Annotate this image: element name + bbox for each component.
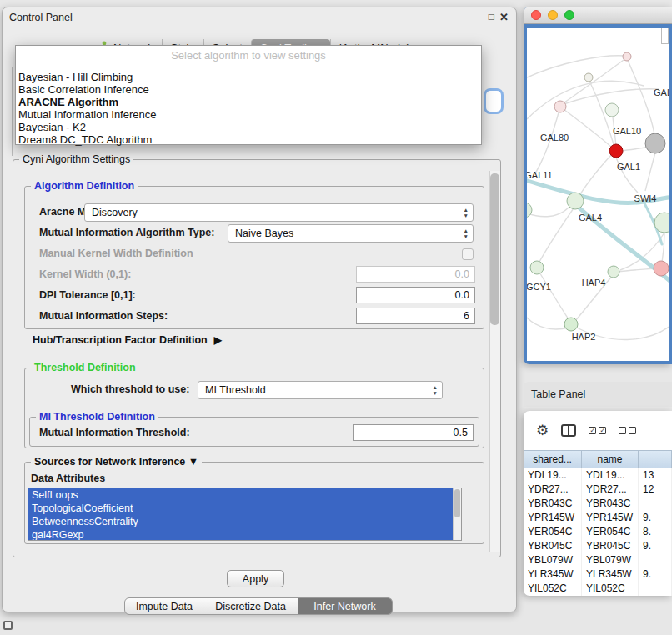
field-value: 0.0 — [455, 268, 469, 280]
network-node[interactable] — [564, 318, 578, 331]
algorithm-option[interactable]: Bayesian - K2 — [16, 121, 481, 133]
network-node[interactable] — [608, 266, 619, 278]
dpi-tolerance-label: DPI Tolerance [0,1]: — [39, 289, 136, 301]
dpi-tolerance-input[interactable]: 0.0 — [356, 287, 475, 303]
tab-infer-network[interactable]: Infer Network — [298, 598, 393, 615]
list-item[interactable]: SelfLoops — [28, 488, 454, 502]
combo-value: Naive Bayes — [235, 228, 293, 239]
network-node[interactable] — [530, 261, 544, 274]
table-row[interactable]: YDL19...YDL19...13 — [524, 468, 672, 482]
table-panel-titlebar: Table Panel — [524, 382, 672, 407]
expand-right-icon: ▶ — [214, 334, 222, 346]
network-node[interactable] — [554, 101, 566, 112]
network-frame: GAL80 GAL10 GAL11 GAL1 SWI4 GAL4 GCY1 HA… — [524, 24, 672, 364]
algorithm-option[interactable]: Mutual Information Inference — [16, 108, 481, 121]
algorithm-definition-legend: Algorithm Definition — [31, 180, 138, 192]
table-toolbar: ⚙ ✓✓ — [524, 411, 672, 450]
algorithm-option-selected[interactable]: ARACNE Algorithm — [16, 96, 481, 108]
table-row[interactable]: YPR145WYPR145W9. — [524, 511, 672, 525]
aracne-mode-select[interactable]: Discovery ▲▼ — [84, 203, 474, 222]
dropdown-placeholder: Select algorithm to view settings — [16, 48, 481, 63]
chevron-updown-icon: ▲▼ — [464, 207, 469, 218]
list-scrollbar[interactable] — [453, 488, 461, 540]
mi-threshold-label: Mutual Information Threshold: — [39, 427, 190, 438]
close-traffic-light[interactable] — [531, 10, 541, 20]
gear-icon[interactable]: ⚙ — [536, 422, 549, 439]
table-row[interactable]: YER054CYER054C8. — [524, 525, 672, 539]
table-row[interactable]: YIL052CYIL052C — [524, 582, 672, 596]
algorithm-option[interactable]: Dream8 DC_TDC Algorithm — [16, 133, 481, 146]
dock-panel-icon[interactable] — [3, 621, 13, 630]
node-label-hap4[interactable]: HAP4 — [582, 278, 606, 288]
table-panel-title: Table Panel — [531, 388, 585, 400]
mi-threshold-input[interactable]: 0.5 — [353, 424, 474, 441]
network-node[interactable] — [527, 202, 532, 218]
tab-impute-data[interactable]: Impute Data — [124, 598, 204, 615]
sources-legend[interactable]: Sources for Network Inference ▼ — [31, 456, 202, 468]
column-header-clipped[interactable] — [639, 451, 672, 468]
hub-definition-toggle[interactable]: Hub/Transcription Factor Definition ▶ — [33, 334, 222, 346]
which-threshold-select[interactable]: MI Threshold ▲▼ — [198, 381, 443, 399]
field-value: 0.0 — [455, 289, 469, 301]
table-body: YDL19...YDL19...13 YDR27...YDR27...12 YB… — [524, 468, 672, 596]
network-scrollbar[interactable] — [661, 28, 669, 44]
network-node[interactable] — [605, 103, 619, 117]
algorithm-option[interactable]: Basic Correlation Inference — [16, 83, 481, 96]
zoom-traffic-light[interactable] — [564, 10, 574, 20]
attributes-listbox[interactable]: SelfLoops TopologicalCoefficient Between… — [28, 488, 462, 541]
mi-type-select[interactable]: Naive Bayes ▲▼ — [228, 224, 474, 242]
table-row[interactable]: YBL079WYBL079W — [524, 553, 672, 568]
network-node[interactable] — [654, 261, 669, 276]
deselect-all-checkboxes-icon[interactable] — [619, 427, 636, 434]
table-row[interactable]: YBR045CYBR045C9. — [524, 539, 672, 553]
table-header: shared... name — [524, 450, 672, 468]
node-label-gal80[interactable]: GAL80 — [540, 132, 569, 142]
manual-kernel-checkbox[interactable] — [462, 248, 474, 260]
minimize-traffic-light[interactable] — [548, 10, 558, 20]
list-item[interactable]: gal4RGexp — [28, 528, 454, 541]
tab-discretize-data[interactable]: Discretize Data — [203, 598, 298, 615]
apply-button[interactable]: Apply — [227, 570, 284, 588]
network-node[interactable] — [623, 52, 631, 61]
network-node[interactable] — [584, 73, 593, 82]
combo-value: MI Threshold — [205, 384, 266, 396]
network-canvas[interactable]: GAL80 GAL10 GAL11 GAL1 SWI4 GAL4 GCY1 HA… — [527, 28, 669, 361]
node-label-hap2[interactable]: HAP2 — [572, 332, 596, 342]
network-node[interactable] — [645, 133, 665, 153]
settings-scrollbar-thumb[interactable] — [490, 173, 499, 325]
node-label-gal10[interactable]: GAL10 — [613, 126, 641, 136]
float-window-icon[interactable]: □ — [489, 11, 494, 22]
column-header-name[interactable]: name — [582, 451, 639, 468]
table-row[interactable]: YBR043CYBR043C — [524, 497, 672, 511]
select-all-checkboxes-icon[interactable]: ✓✓ — [589, 427, 606, 434]
kernel-width-input[interactable]: 0.0 — [356, 266, 475, 282]
network-node-selected[interactable] — [609, 144, 623, 158]
network-node[interactable] — [567, 192, 584, 209]
list-item[interactable]: BetweennessCentrality — [28, 515, 454, 528]
node-label-gal11[interactable]: GAL11 — [527, 170, 553, 180]
columns-icon[interactable] — [561, 424, 576, 437]
manual-kernel-label: Manual Kernel Width Definition — [39, 248, 193, 259]
network-window-titlebar — [524, 7, 672, 24]
mi-steps-input[interactable]: 6 — [356, 308, 475, 324]
mi-type-label: Mutual Information Algorithm Type: — [39, 227, 214, 238]
mi-steps-label: Mutual Information Steps: — [39, 310, 168, 322]
node-label-gal1[interactable]: GAL1 — [617, 162, 640, 172]
node-label-gal4[interactable]: GAL4 — [579, 212, 602, 222]
node-label-swi4[interactable]: SWI4 — [634, 193, 657, 203]
node-label-gcy1[interactable]: GCY1 — [527, 282, 551, 292]
list-item[interactable]: TopologicalCoefficient — [28, 502, 454, 515]
field-value: 0.5 — [454, 427, 468, 438]
network-view-window: GAL80 GAL10 GAL11 GAL1 SWI4 GAL4 GCY1 HA… — [524, 7, 672, 364]
hub-definition-label: Hub/Transcription Factor Definition — [33, 334, 208, 346]
list-scrollbar-thumb[interactable] — [454, 489, 460, 518]
close-icon[interactable]: ✕ — [499, 11, 509, 23]
table-row[interactable]: YLR345WYLR345W9. — [524, 568, 672, 582]
table-row[interactable]: YDR27...YDR27...12 — [524, 482, 672, 497]
column-header-shared-name[interactable]: shared... — [524, 451, 582, 468]
background-group-border — [12, 68, 13, 156]
field-value: 6 — [464, 310, 469, 322]
node-label-gal-partial[interactable]: GAL — [654, 88, 669, 98]
algorithm-option[interactable]: Bayesian - Hill Climbing — [16, 71, 481, 83]
data-attributes-label: Data Attributes — [31, 472, 105, 484]
